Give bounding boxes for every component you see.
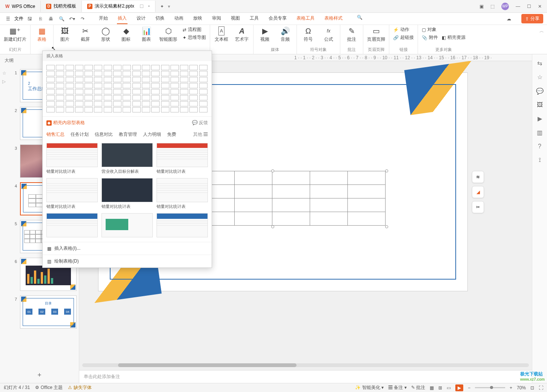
grid-cell[interactable]	[142, 65, 150, 70]
grid-cell[interactable]	[171, 89, 179, 94]
grid-cell[interactable]	[75, 65, 83, 70]
grid-cell[interactable]	[123, 107, 131, 112]
grid-cell[interactable]	[189, 95, 198, 100]
grid-cell[interactable]	[199, 65, 207, 70]
fit-icon[interactable]: ⊡	[530, 385, 534, 390]
draw-table-action[interactable]: ▥绘制表格(D)	[43, 255, 212, 267]
grid-cell[interactable]	[171, 83, 179, 88]
grid-cell[interactable]	[56, 95, 64, 100]
grid-cell[interactable]	[151, 89, 160, 94]
grid-cell[interactable]	[199, 71, 207, 76]
view-slideshow-icon[interactable]: ▶	[455, 384, 463, 391]
grid-cell[interactable]	[104, 71, 112, 76]
rail-star-icon[interactable]: ☆	[537, 74, 542, 81]
grid-cell[interactable]	[75, 101, 83, 106]
video-button[interactable]: ▶视频	[257, 26, 272, 43]
grid-cell[interactable]	[151, 77, 160, 82]
docell-resource-button[interactable]: ◧稻壳资源	[442, 34, 466, 41]
grid-cell[interactable]	[113, 83, 121, 88]
grid-cell[interactable]	[75, 89, 83, 94]
selection-handle[interactable]	[271, 225, 274, 228]
grid-cell[interactable]	[171, 77, 179, 82]
export-icon[interactable]: ⎘	[36, 15, 45, 23]
grid-cell[interactable]	[189, 65, 198, 70]
chart-button[interactable]: 📊图表	[139, 26, 154, 43]
menu-transition[interactable]: 切换	[155, 13, 165, 24]
grid-cell[interactable]	[171, 71, 179, 76]
grid-cell[interactable]	[123, 89, 131, 94]
grid-cell[interactable]	[142, 77, 150, 82]
template-item[interactable]	[157, 213, 208, 239]
rail-settings-icon[interactable]: ⇆	[537, 60, 542, 67]
object-button[interactable]: ▢对象	[422, 26, 436, 33]
rail-hanger-icon[interactable]: ⟟	[539, 157, 541, 163]
grid-cell[interactable]	[104, 89, 112, 94]
notes-area[interactable]: 单击此处添加备注	[79, 370, 532, 383]
picture-button[interactable]: 🖼图片	[57, 26, 72, 43]
grid-cell[interactable]	[56, 101, 64, 106]
smart-beautify-button[interactable]: ✨ 智能美化 ▾	[355, 384, 384, 391]
grid-cell[interactable]	[142, 95, 150, 100]
grid-cell[interactable]	[189, 77, 198, 82]
menu-tools[interactable]: 工具	[249, 13, 260, 24]
ribbon-collapse[interactable]: ︿	[536, 25, 547, 54]
grid-cell[interactable]	[46, 65, 55, 70]
new-slide-button[interactable]: ▦⁺新建幻灯片	[4, 26, 26, 43]
grid-cell[interactable]	[189, 107, 198, 112]
comment-button[interactable]: ✎批注	[344, 26, 359, 43]
grid-cell[interactable]	[56, 77, 64, 82]
grid-cell[interactable]	[104, 65, 112, 70]
grid-cell[interactable]	[66, 89, 74, 94]
template-item[interactable]: 销量对比统计表	[101, 178, 153, 209]
grid-cell[interactable]	[132, 95, 141, 100]
preview-icon[interactable]: 🔍	[57, 15, 66, 23]
tab-docell[interactable]: D找稻壳模板	[41, 1, 82, 12]
grid-cell[interactable]	[104, 95, 112, 100]
tab-document[interactable]: P演示文稿素材2.pptx☐•	[82, 1, 155, 12]
menu-icon[interactable]: ☰	[4, 15, 12, 23]
grid-cell[interactable]	[85, 107, 93, 112]
rail-help-icon[interactable]: ?	[538, 143, 541, 150]
print-icon[interactable]: 🖶	[47, 15, 55, 23]
template-item[interactable]: 销量对比统计表	[46, 143, 98, 174]
grid-cell[interactable]	[180, 77, 188, 82]
zoom-in[interactable]: +	[510, 385, 512, 390]
menu-review[interactable]: 审阅	[211, 13, 222, 24]
box-icon[interactable]: ⬚	[490, 4, 495, 9]
menu-slideshow[interactable]: 放映	[192, 13, 203, 24]
grid-cell[interactable]	[171, 65, 179, 70]
cat-edu[interactable]: 教育管理	[119, 131, 137, 138]
window-minimize[interactable]: —	[516, 4, 520, 9]
grid-cell[interactable]	[56, 107, 64, 112]
insert-table-action[interactable]: ▦插入表格(I)...	[43, 242, 212, 255]
symbol-button[interactable]: Ω符号	[301, 26, 316, 43]
float-style-icon[interactable]: ◢	[472, 186, 484, 198]
grid-cell[interactable]	[94, 101, 102, 106]
rail-play-icon[interactable]: ▶	[538, 115, 542, 122]
grid-cell[interactable]	[66, 95, 74, 100]
grid-cell[interactable]	[66, 101, 74, 106]
template-item[interactable]	[101, 213, 153, 239]
template-item[interactable]: 销量对比统计表	[46, 178, 98, 209]
grid-cell[interactable]	[180, 83, 188, 88]
menu-table-style[interactable]: 表格样式	[324, 13, 343, 24]
undo-icon[interactable]: ↶▾	[68, 15, 76, 23]
redo-icon[interactable]: ↷	[78, 15, 87, 23]
grid-cell[interactable]	[171, 95, 179, 100]
grid-cell[interactable]	[180, 101, 188, 106]
grid-cell[interactable]	[94, 65, 102, 70]
equation-button[interactable]: fx公式	[321, 26, 336, 43]
grid-cell[interactable]	[46, 107, 55, 112]
grid-cell[interactable]	[56, 71, 64, 76]
grid-cell[interactable]	[123, 77, 131, 82]
grid-cell[interactable]	[113, 77, 121, 82]
grid-cell[interactable]	[66, 71, 74, 76]
grid-cell[interactable]	[94, 89, 102, 94]
grid-cell[interactable]	[132, 83, 141, 88]
grid-cell[interactable]	[46, 101, 55, 106]
table-button[interactable]: ▦表格	[34, 26, 49, 43]
grid-cell[interactable]	[94, 77, 102, 82]
menu-design[interactable]: 设计	[136, 13, 146, 24]
thumb-7[interactable]: 7目录 01 02 03 04	[2, 295, 77, 329]
selection-handle[interactable]	[271, 169, 274, 172]
